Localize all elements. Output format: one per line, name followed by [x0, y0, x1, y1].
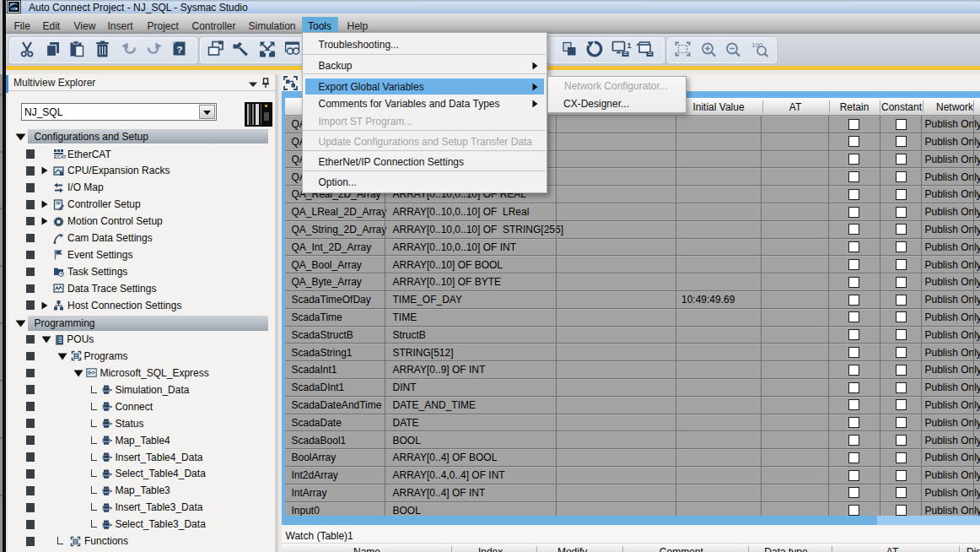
svg-text:100: 100 — [751, 41, 763, 49]
svg-text:ECAT: ECAT — [54, 154, 67, 160]
svg-text:1: 1 — [627, 41, 632, 50]
svg-text:?: ? — [176, 45, 182, 55]
